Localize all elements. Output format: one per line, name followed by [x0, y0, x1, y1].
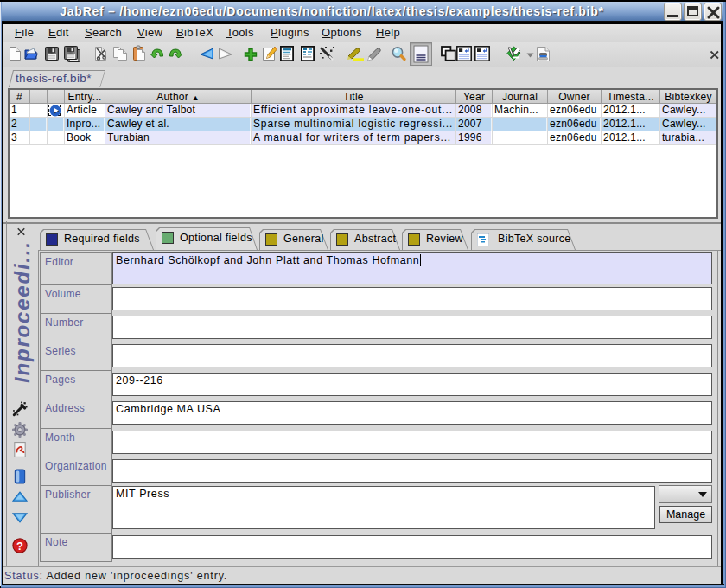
- svg-text:?: ?: [16, 540, 23, 553]
